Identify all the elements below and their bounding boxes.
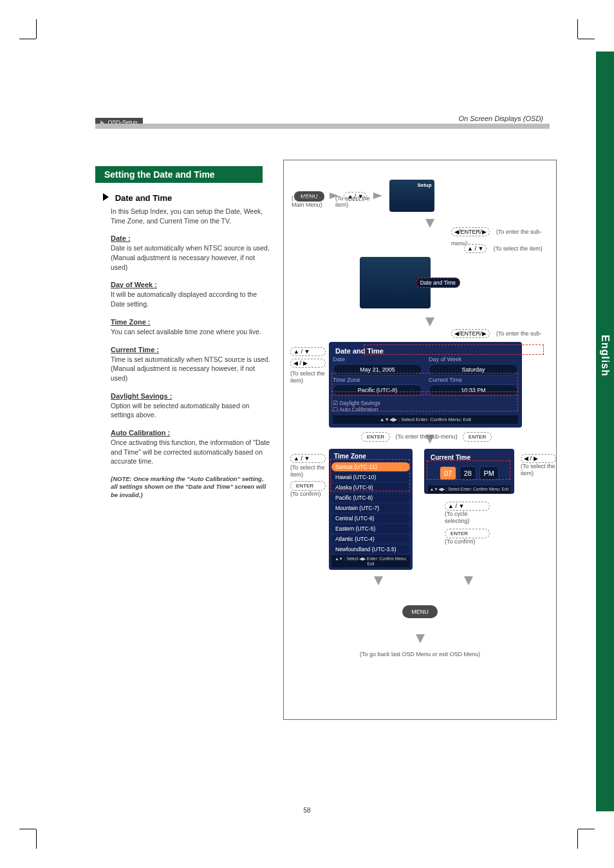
osd-dow-label: Day of Week (429, 356, 518, 363)
enter-combo-key-icon: ◀/ENTER/▶ (451, 227, 490, 236)
ct-text: Time is set automatically when NTSC sour… (111, 355, 270, 383)
enter-key-icon: ENTER (361, 432, 390, 442)
osd-preview-setup: Setup (389, 180, 434, 212)
select-item-caption: (To select the item) (290, 464, 326, 478)
note-text: (NOTE: Once marking the "Auto Calibratio… (111, 475, 270, 499)
arrow-right-icon (373, 193, 382, 199)
show-main-caption: (To show the Main Menu) (292, 195, 330, 208)
enter-combo-key-icon: ◀/ENTER/▶ (451, 329, 490, 338)
tz-item: Newfoundland (UTC-3.5) (331, 545, 410, 554)
language-tab: English (596, 52, 614, 811)
select-item-caption: (To select the item) (290, 370, 326, 384)
confirm-caption: (To confirm) (445, 538, 490, 545)
page-header: OSD-Setup On Screen Displays (OSD) (95, 124, 550, 129)
ds-text: Option will be selected automatically ba… (111, 401, 270, 420)
arrow-down-icon (374, 576, 383, 585)
language-label: English (599, 335, 611, 377)
tz-item: Atlantic (UTC-4) (331, 534, 410, 543)
tz-left-key-group: ▲ / ▼ (To select the item) ENTER (To con… (290, 454, 326, 497)
flow-diagram: MENU ▲ / ▼ Setup (To show the Main Menu)… (283, 160, 557, 720)
crop-mark (577, 19, 578, 39)
description-column: Date and Time In this Setup Index, you c… (103, 193, 270, 499)
enter-key-icon: ENTER (290, 481, 326, 491)
header-right-text: On Screen Displays (OSD) (459, 115, 543, 122)
enter-key-icon: ENTER (463, 432, 492, 442)
date-heading: Date : (111, 234, 270, 242)
back-note: (To go back last OSD Menu or exit OSD Me… (360, 651, 480, 657)
highlight-border (331, 395, 518, 411)
highlight-border (427, 460, 510, 480)
cycle-caption: (To cycle selecting) (445, 511, 490, 525)
osd-current-time: Current Time 07 28 PM ▲▼◀▶ : Select Ente… (424, 449, 514, 494)
ct-heading: Current Time : (111, 346, 270, 354)
up-down-key-icon: ▲ / ▼ (464, 244, 487, 253)
crop-mark (19, 829, 36, 829)
highlight-border (330, 459, 410, 491)
section-title-text: Date and Time (115, 193, 172, 203)
tz-item: Mountain (UTC-7) (331, 504, 410, 513)
back-note-row: (To go back last OSD Menu or exit OSD Me… (284, 647, 556, 659)
highlight-border (331, 373, 518, 392)
up-down-key-icon: ▲ / ▼ (290, 454, 326, 463)
tz-hint-bar: ▲▼ : Select ◀▶ Enter: Confirm Menu: Exit (331, 555, 410, 567)
osd-hint-bar: ▲▼◀▶ : Select Enter: Confirm Menu: Exit (333, 415, 518, 424)
tz-item: Pacific (UTC-8) (331, 493, 410, 502)
ac-text: Once activating this function, the infor… (111, 438, 270, 466)
dow-text: It will be automatically displayed accor… (111, 290, 270, 308)
intro-text: In this Setup Index, you can setup the D… (111, 207, 270, 225)
setup-label: Setup (417, 182, 431, 188)
up-down-key-icon: ▲ / ▼ (445, 502, 490, 511)
arrow-down-icon (464, 576, 473, 585)
up-down-key-icon: ▲ / ▼ (290, 347, 326, 356)
menu-button: MENU (402, 605, 438, 618)
select-item-step: ▲ / ▼ (To select the item) (464, 241, 543, 253)
osd-time-zone-list: Time Zone Samoa (UTC-11)Hawaii (UTC-10)A… (329, 449, 413, 570)
osd-date-and-time: Date and Time Date May 21, 2005 Time Zon… (329, 342, 522, 428)
enter-key-icon: ENTER (445, 529, 490, 538)
arrow-right-icon (103, 193, 109, 201)
confirm-caption: (To confirm) (290, 491, 326, 498)
page-title-bar: Setting the Date and Time (95, 166, 263, 183)
left-right-key-icon: ◀ / ▶ (521, 454, 556, 463)
select-item-caption: (To select the item) (521, 463, 556, 477)
arrow-down-icon (416, 634, 425, 643)
left-key-group: ▲ / ▼ ◀ / ▶ (To select the item) (290, 347, 326, 384)
osd-preview-datetime-item: Date and Time (360, 257, 431, 308)
arrow-down-icon (425, 219, 434, 228)
crop-mark (578, 829, 595, 829)
tz-heading: Time Zone : (111, 318, 270, 326)
crop-mark (19, 39, 36, 39)
tz-item: Central (UTC-6) (331, 514, 410, 523)
highlight-border (364, 344, 544, 355)
dow-heading: Day of Week : (111, 281, 270, 288)
crop-mark (578, 39, 595, 39)
date-text: Date is set automatically when NTSC sour… (111, 243, 270, 272)
ct-right-key-group: ◀ / ▶ (To select the item) (521, 454, 556, 477)
tz-item: Eastern (UTC-5) (331, 524, 410, 533)
ac-heading: Auto Calibration : (111, 429, 270, 437)
ct-key-group-below: ▲ / ▼ (To cycle selecting) ENTER (To con… (445, 502, 490, 545)
section-title: Date and Time (103, 193, 270, 203)
date-time-highlight: Date and Time (416, 278, 460, 288)
osd-date-label: Date (333, 356, 422, 363)
tz-text: You can select available time zone where… (111, 327, 270, 337)
enter-sub-row: ENTER (To enter the sub-menu) ENTER (361, 429, 492, 442)
select-item-caption: (To select the item) (335, 195, 374, 208)
ds-heading: Daylight Savings : (111, 392, 270, 400)
crop-mark (36, 19, 37, 39)
page-number: 58 (303, 807, 310, 814)
arrow-down-icon (425, 317, 434, 326)
enter-sub-caption: (To enter the sub-menu) (396, 433, 458, 440)
left-right-key-icon: ◀ / ▶ (290, 359, 326, 368)
ct-hint-bar: ▲▼◀▶ : Select Enter: Confirm Menu: Exit (428, 486, 510, 493)
header-rule (95, 124, 550, 129)
menu-end: MENU (284, 605, 556, 618)
crop-mark (577, 829, 578, 849)
select-item-caption: (To select the item) (494, 245, 543, 252)
crop-mark (36, 829, 37, 849)
